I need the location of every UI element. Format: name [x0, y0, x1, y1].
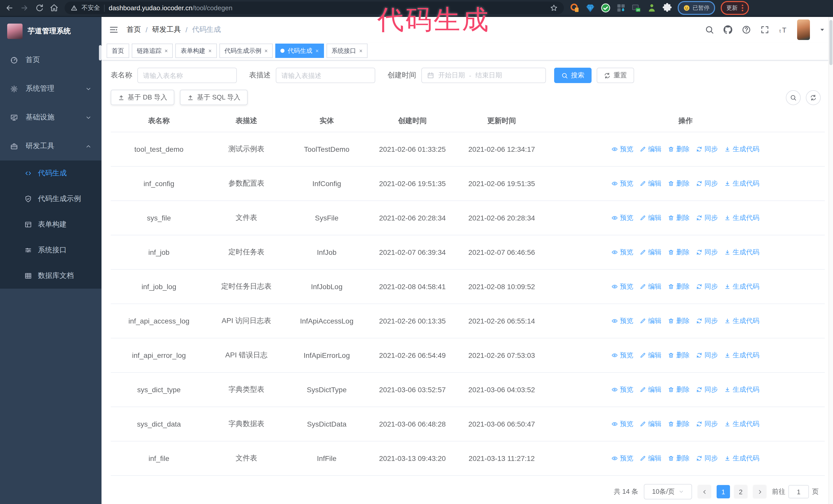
preview-action-link[interactable]: 预览: [612, 145, 633, 154]
goto-page-input[interactable]: [788, 485, 809, 498]
tab-close-icon[interactable]: ×: [359, 48, 363, 54]
user-avatar[interactable]: [797, 20, 810, 40]
breadcrumb-item[interactable]: 研发工具: [152, 25, 181, 34]
preview-action-link[interactable]: 预览: [612, 385, 633, 394]
edit-action-link[interactable]: 编辑: [640, 179, 662, 188]
help-icon[interactable]: [742, 25, 751, 34]
toggle-search-button[interactable]: [786, 90, 801, 105]
table-desc-input[interactable]: [276, 68, 375, 83]
delete-action-link[interactable]: 删除: [668, 282, 690, 291]
extension-orange-icon[interactable]: [570, 3, 580, 13]
sidebar-item-home[interactable]: 首页: [0, 46, 101, 74]
page-button-2[interactable]: 2: [734, 485, 747, 498]
refresh-table-button[interactable]: [806, 90, 821, 105]
date-range-picker[interactable]: 开始日期 - 结束日期: [421, 68, 546, 83]
sync-action-link[interactable]: 同步: [696, 282, 718, 291]
generate-code-action-link[interactable]: 生成代码: [724, 145, 759, 154]
page-button-1[interactable]: 1: [717, 485, 730, 498]
sync-action-link[interactable]: 同步: [696, 385, 718, 394]
bookmark-star-icon[interactable]: [550, 4, 558, 12]
tab-tracing[interactable]: 链路追踪 ×: [132, 44, 173, 58]
sql-import-button[interactable]: 基于 SQL 导入: [180, 90, 248, 105]
tab-close-icon[interactable]: ×: [315, 48, 319, 54]
extension-gem-icon[interactable]: [586, 3, 595, 13]
extension-check-badge-icon[interactable]: [601, 3, 611, 13]
sidebar-item-dev-tools[interactable]: 研发工具: [0, 132, 101, 161]
sync-action-link[interactable]: 同步: [696, 316, 718, 326]
preview-action-link[interactable]: 预览: [612, 419, 633, 429]
sync-action-link[interactable]: 同步: [696, 213, 718, 222]
preview-action-link[interactable]: 预览: [612, 179, 633, 188]
preview-action-link[interactable]: 预览: [612, 351, 633, 360]
tab-close-icon[interactable]: ×: [165, 48, 168, 54]
search-button[interactable]: 搜索: [554, 68, 592, 83]
generate-code-action-link[interactable]: 生成代码: [724, 419, 759, 429]
page-scrollbar[interactable]: [828, 17, 833, 504]
edit-action-link[interactable]: 编辑: [640, 145, 662, 154]
paused-badge[interactable]: 已暂停: [678, 1, 715, 15]
generate-code-action-link[interactable]: 生成代码: [724, 351, 759, 360]
delete-action-link[interactable]: 删除: [668, 454, 690, 463]
preview-action-link[interactable]: 预览: [612, 282, 633, 291]
sync-action-link[interactable]: 同步: [696, 248, 718, 257]
generate-code-action-link[interactable]: 生成代码: [724, 282, 759, 291]
sidebar-item-system-mgmt[interactable]: 系统管理: [0, 74, 101, 103]
delete-action-link[interactable]: 删除: [668, 213, 690, 222]
prev-page-button[interactable]: [698, 485, 711, 498]
tab-codegen-example[interactable]: 代码生成示例 ×: [219, 44, 273, 58]
sidebar-logo-row[interactable]: 芋道管理系统: [0, 17, 101, 46]
breadcrumb-item[interactable]: 首页: [127, 25, 141, 34]
sync-action-link[interactable]: 同步: [696, 454, 718, 463]
page-scrollbar-thumb[interactable]: [829, 20, 832, 65]
preview-action-link[interactable]: 预览: [612, 248, 633, 257]
edit-action-link[interactable]: 编辑: [640, 419, 662, 429]
address-bar[interactable]: 不安全 dashboard.yudao.iocoder.cn/tool/code…: [65, 2, 564, 14]
reset-button[interactable]: 重置: [597, 68, 634, 83]
generate-code-action-link[interactable]: 生成代码: [724, 385, 759, 394]
preview-action-link[interactable]: 预览: [612, 213, 633, 222]
sidebar-scrollbar-thumb[interactable]: [99, 45, 101, 61]
edit-action-link[interactable]: 编辑: [640, 454, 662, 463]
delete-action-link[interactable]: 删除: [668, 179, 690, 188]
sidebar-subitem-codegen-example[interactable]: 代码生成示例: [0, 186, 101, 212]
extensions-puzzle-icon[interactable]: [662, 3, 672, 13]
tab-close-icon[interactable]: ×: [208, 48, 212, 54]
sidebar-subitem-form-builder[interactable]: 表单构建: [0, 212, 101, 237]
sidebar-subitem-codegen[interactable]: 代码生成: [0, 161, 101, 186]
edit-action-link[interactable]: 编辑: [640, 351, 662, 360]
font-size-icon[interactable]: tT: [779, 25, 788, 34]
sidebar-subitem-db-doc[interactable]: 数据库文档: [0, 263, 101, 289]
edit-action-link[interactable]: 编辑: [640, 385, 662, 394]
generate-code-action-link[interactable]: 生成代码: [724, 179, 759, 188]
hamburger-icon[interactable]: [109, 25, 118, 34]
sync-action-link[interactable]: 同步: [696, 145, 718, 154]
caret-down-icon[interactable]: [819, 27, 825, 33]
sync-action-link[interactable]: 同步: [696, 351, 718, 360]
tab-home[interactable]: 首页: [106, 44, 129, 58]
db-import-button[interactable]: 基于 DB 导入: [111, 90, 174, 105]
browser-menu-kebab-icon[interactable]: [742, 5, 743, 11]
edit-action-link[interactable]: 编辑: [640, 213, 662, 222]
tab-system-api[interactable]: 系统接口 ×: [327, 44, 368, 58]
sidebar-subitem-system-api[interactable]: 系统接口: [0, 237, 101, 263]
generate-code-action-link[interactable]: 生成代码: [724, 454, 759, 463]
tab-codegen[interactable]: 代码生成 ×: [276, 44, 324, 58]
generate-code-action-link[interactable]: 生成代码: [724, 316, 759, 326]
delete-action-link[interactable]: 删除: [668, 316, 690, 326]
extension-grid-drop-icon[interactable]: [616, 3, 626, 13]
extension-on-box-icon[interactable]: on: [632, 3, 641, 13]
update-button[interactable]: 更新: [721, 1, 749, 15]
edit-action-link[interactable]: 编辑: [640, 282, 662, 291]
sync-action-link[interactable]: 同步: [696, 419, 718, 429]
delete-action-link[interactable]: 删除: [668, 385, 690, 394]
delete-action-link[interactable]: 删除: [668, 248, 690, 257]
edit-action-link[interactable]: 编辑: [640, 248, 662, 257]
forward-icon[interactable]: [20, 4, 29, 12]
edit-action-link[interactable]: 编辑: [640, 316, 662, 326]
delete-action-link[interactable]: 删除: [668, 145, 690, 154]
generate-code-action-link[interactable]: 生成代码: [724, 213, 759, 222]
sync-action-link[interactable]: 同步: [696, 179, 718, 188]
tab-close-icon[interactable]: ×: [264, 48, 268, 54]
delete-action-link[interactable]: 删除: [668, 351, 690, 360]
preview-action-link[interactable]: 预览: [612, 454, 633, 463]
